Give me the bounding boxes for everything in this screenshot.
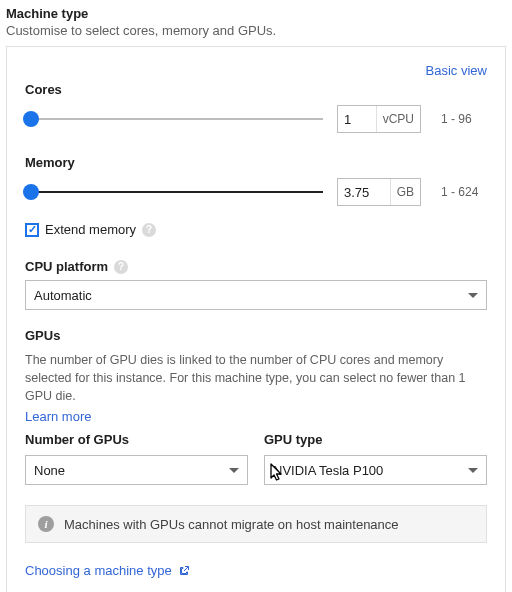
banner-text: Machines with GPUs cannot migrate on hos… bbox=[64, 517, 399, 532]
num-gpus-select[interactable]: None bbox=[25, 455, 248, 485]
chevron-down-icon bbox=[468, 293, 478, 298]
gpus-label: GPUs bbox=[25, 328, 487, 343]
memory-label: Memory bbox=[25, 155, 487, 170]
gpu-type-value: NVIDIA Tesla P100 bbox=[273, 463, 383, 478]
cpu-platform-value: Automatic bbox=[34, 288, 92, 303]
memory-range: 1 - 624 bbox=[441, 185, 487, 199]
help-icon[interactable]: ? bbox=[142, 223, 156, 237]
cores-value: 1 bbox=[338, 106, 376, 132]
external-link-icon bbox=[178, 565, 190, 577]
chevron-down-icon bbox=[229, 468, 239, 473]
cpu-platform-select[interactable]: Automatic bbox=[25, 280, 487, 310]
help-icon[interactable]: ? bbox=[114, 260, 128, 274]
memory-input[interactable]: 3.75 GB bbox=[337, 178, 421, 206]
memory-slider[interactable] bbox=[25, 182, 323, 202]
memory-value: 3.75 bbox=[338, 179, 390, 205]
cores-unit: vCPU bbox=[376, 106, 420, 132]
extend-memory-checkbox[interactable]: ✓ bbox=[25, 223, 39, 237]
gpus-description: The number of GPU dies is linked to the … bbox=[25, 351, 487, 405]
chevron-down-icon bbox=[468, 468, 478, 473]
cores-label: Cores bbox=[25, 82, 487, 97]
learn-more-link[interactable]: Learn more bbox=[25, 409, 91, 424]
gpu-type-label: GPU type bbox=[264, 432, 487, 447]
cores-range: 1 - 96 bbox=[441, 112, 487, 126]
choosing-link-text: Choosing a machine type bbox=[25, 563, 172, 578]
choosing-machine-type-link[interactable]: Choosing a machine type bbox=[25, 563, 190, 578]
cores-input[interactable]: 1 vCPU bbox=[337, 105, 421, 133]
cpu-platform-label: CPU platform bbox=[25, 259, 108, 274]
extend-memory-label: Extend memory bbox=[45, 222, 136, 237]
page-title: Machine type bbox=[6, 6, 506, 21]
cores-slider-thumb[interactable] bbox=[23, 111, 39, 127]
num-gpus-value: None bbox=[34, 463, 65, 478]
page-subtitle: Customise to select cores, memory and GP… bbox=[6, 23, 506, 38]
gpu-migration-banner: i Machines with GPUs cannot migrate on h… bbox=[25, 505, 487, 543]
info-icon: i bbox=[38, 516, 54, 532]
memory-slider-thumb[interactable] bbox=[23, 184, 39, 200]
machine-type-panel: Basic view Cores 1 vCPU 1 - 96 Memory 3.… bbox=[6, 46, 506, 592]
cores-slider[interactable] bbox=[25, 109, 323, 129]
gpu-type-select[interactable]: NVIDIA Tesla P100 bbox=[264, 455, 487, 485]
num-gpus-label: Number of GPUs bbox=[25, 432, 248, 447]
memory-unit: GB bbox=[390, 179, 420, 205]
basic-view-link[interactable]: Basic view bbox=[426, 63, 487, 78]
